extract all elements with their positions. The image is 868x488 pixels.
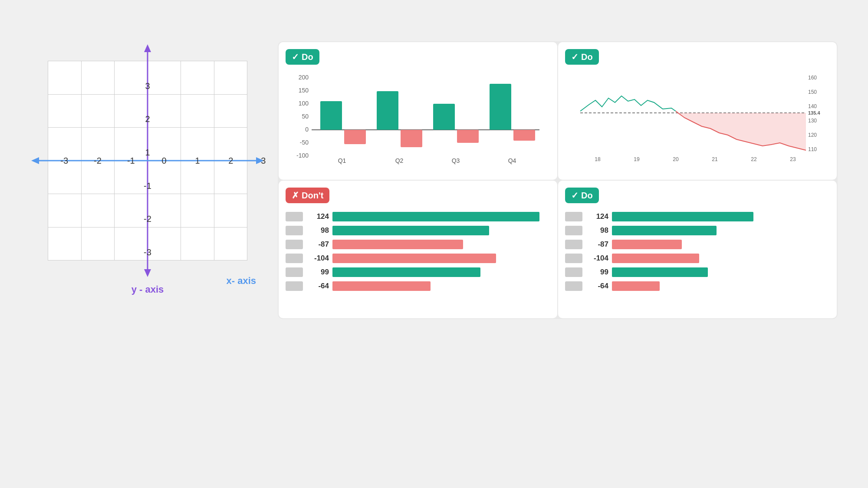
line-chart-area: 160 150 140 130 120 110 18 19 20 21 22 2…: [565, 70, 830, 165]
svg-text:Q2: Q2: [395, 157, 404, 164]
hbar-fill: [332, 267, 480, 277]
hbar-value: 98: [586, 226, 608, 235]
hbar-fill: [612, 254, 699, 263]
hbar-label-box: [286, 281, 303, 291]
hbar-fill: [332, 254, 496, 263]
hbar-row: -104: [565, 254, 830, 263]
hbar-fill: [332, 281, 431, 291]
hbar-bar-container: [332, 267, 550, 277]
hbar-fill: [612, 240, 682, 249]
x-axis-line: [35, 160, 260, 162]
hbar-label-box: [286, 254, 303, 263]
svg-rect-10: [377, 91, 398, 130]
hbar-row: -104: [286, 254, 550, 263]
svg-text:120: 120: [808, 132, 817, 138]
svg-text:20: 20: [673, 156, 679, 162]
svg-rect-11: [401, 130, 422, 147]
hbar-chart-bottom-left: 124 98 -87: [286, 212, 550, 291]
panel-bottom-right: ✓ Do 124 98 -87: [558, 181, 837, 318]
check-icon-top-right: ✓: [571, 52, 579, 62]
hbar-row: 124: [286, 212, 550, 221]
hbar-row: 98: [565, 226, 830, 235]
svg-text:0: 0: [305, 126, 309, 133]
svg-rect-14: [490, 84, 511, 130]
svg-text:50: 50: [302, 113, 309, 120]
svg-rect-13: [457, 130, 479, 143]
hbar-fill: [332, 212, 539, 221]
hbar-label-box: [565, 226, 582, 235]
svg-text:Q3: Q3: [452, 157, 460, 164]
hbar-label-box: [286, 267, 303, 277]
badge-label-bottom-left: Don't: [302, 191, 323, 201]
hbar-label-box: [565, 254, 582, 263]
x-label-3: 3: [261, 156, 266, 166]
hbar-fill: [612, 212, 753, 221]
svg-text:130: 130: [808, 118, 817, 124]
svg-text:150: 150: [808, 89, 817, 95]
badge-label-top-left: Do: [302, 52, 313, 62]
badge-do-top-left: ✓ Do: [286, 49, 319, 65]
hbar-value: 98: [306, 226, 329, 235]
svg-text:110: 110: [808, 146, 817, 152]
x-label-2: 2: [228, 156, 233, 166]
hbar-label-box: [565, 281, 582, 291]
x-label-neg3: -3: [60, 156, 68, 166]
hbar-fill: [612, 226, 717, 235]
hbar-row: -64: [286, 281, 550, 291]
hbar-bar-container: [332, 254, 550, 263]
hbar-bar-container: [612, 254, 830, 263]
hbar-label-box: [565, 240, 582, 249]
svg-text:Q4: Q4: [508, 157, 516, 164]
svg-text:18: 18: [595, 156, 601, 162]
hbar-bar-container: [332, 240, 550, 249]
coordinate-grid-section: 3 2 1 -1 -2 -3 -3 -2 -1 0 1 2 3 x- axis …: [35, 61, 260, 295]
hbar-label-box: [286, 212, 303, 221]
hbar-value: 99: [306, 268, 329, 277]
hbar-bar-container: [332, 281, 550, 291]
hbar-value: 124: [306, 212, 329, 221]
y-label-1: 1: [145, 147, 150, 157]
svg-text:200: 200: [299, 74, 309, 81]
x-axis-arrow-left: [31, 157, 39, 164]
svg-text:160: 160: [808, 75, 817, 81]
hbar-row: 124: [565, 212, 830, 221]
x-label-neg2: -2: [94, 156, 102, 166]
svg-rect-15: [513, 130, 535, 141]
charts-section: ✓ Do 200 150 100 50 0 -50 -100: [278, 41, 838, 319]
hbar-row: -87: [286, 240, 550, 249]
hbar-row: 98: [286, 226, 550, 235]
hbar-bar-container: [612, 226, 830, 235]
hbar-value: -64: [306, 282, 329, 290]
y-axis-arrow-up: [144, 44, 151, 52]
line-chart-svg: 160 150 140 130 120 110 18 19 20 21 22 2…: [565, 70, 830, 165]
y-label-neg1: -1: [144, 181, 151, 191]
hbar-value: -104: [586, 254, 608, 263]
hbar-bar-container: [612, 267, 830, 277]
hbar-bar-container: [332, 226, 550, 235]
grid-container: 3 2 1 -1 -2 -3 -3 -2 -1 0 1 2 3 x- axis …: [48, 61, 247, 260]
hbar-bar-container: [612, 281, 830, 291]
hbar-value: 124: [586, 212, 608, 221]
bar-chart-area: 200 150 100 50 0 -50 -100: [286, 72, 550, 167]
hbar-fill: [612, 267, 708, 277]
badge-do-top-right: ✓ Do: [565, 49, 599, 65]
bar-chart-svg: 200 150 100 50 0 -50 -100: [286, 72, 550, 167]
x-axis-name: x- axis: [227, 275, 256, 287]
panel-top-left: ✓ Do 200 150 100 50 0 -50 -100: [279, 42, 557, 180]
svg-text:-50: -50: [300, 139, 309, 146]
hbar-value: -104: [306, 254, 329, 263]
hbar-row: 99: [565, 267, 830, 277]
check-icon-bottom-right: ✓: [571, 190, 579, 201]
panel-top-right: ✓ Do 160 150 140 130 120 110 18 19 20 21…: [558, 42, 837, 180]
y-label-neg3: -3: [144, 247, 151, 257]
hbar-label-box: [286, 240, 303, 249]
hbar-row: -64: [565, 281, 830, 291]
badge-label-bottom-right: Do: [581, 191, 593, 201]
badge-do-bottom-right: ✓ Do: [565, 188, 599, 203]
svg-rect-9: [344, 130, 366, 144]
y-axis-name: y - axis: [132, 284, 164, 295]
hbar-fill: [612, 281, 660, 291]
svg-text:-100: -100: [296, 152, 309, 159]
x-label-0: 0: [162, 156, 167, 166]
hbar-row: 99: [286, 267, 550, 277]
